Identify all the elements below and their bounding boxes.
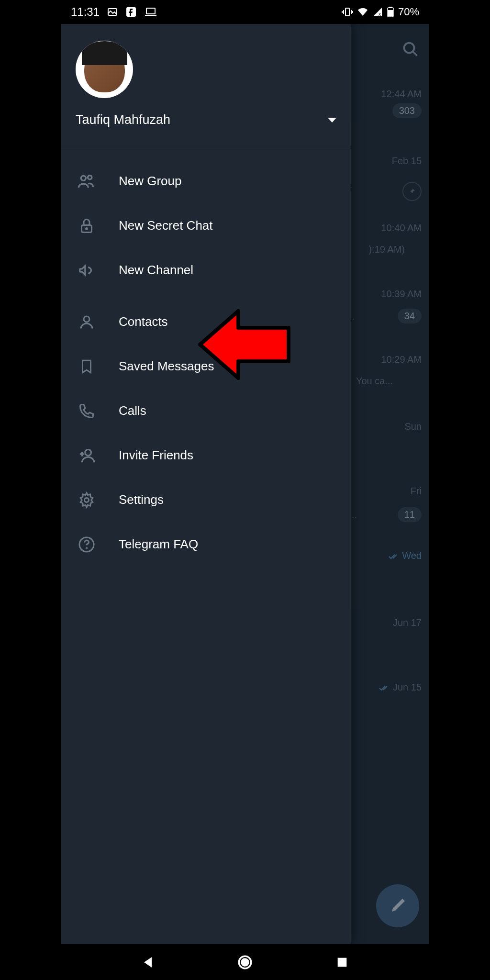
username-label: Taufiq Mahfuzah (76, 112, 170, 127)
group-icon (76, 170, 97, 192)
battery-percent: 70% (398, 6, 419, 18)
menu-saved-messages[interactable]: Saved Messages (61, 344, 351, 389)
nav-back-button[interactable] (136, 950, 160, 974)
drawer-menu: New Group New Secret Chat New Channel (61, 149, 351, 576)
menu-new-channel[interactable]: New Channel (61, 248, 351, 292)
image-icon (107, 6, 118, 18)
android-nav-bar (61, 944, 429, 980)
svg-rect-6 (389, 7, 392, 8)
laptop-icon (144, 6, 157, 18)
svg-point-12 (86, 228, 87, 229)
svg-point-17 (86, 547, 87, 548)
battery-icon (387, 6, 394, 18)
drawer-header: Taufiq Mahfuzah (61, 24, 351, 137)
menu-label: New Channel (119, 263, 193, 278)
menu-label: Calls (119, 403, 146, 418)
menu-settings[interactable]: Settings (61, 478, 351, 522)
menu-label: Settings (119, 492, 164, 507)
svg-rect-7 (388, 10, 393, 16)
account-dropdown-icon[interactable] (328, 118, 336, 122)
svg-point-15 (84, 498, 89, 502)
svg-rect-3 (345, 8, 349, 16)
svg-rect-2 (146, 8, 155, 14)
navigation-drawer: Taufiq Mahfuzah New Group New Secre (61, 24, 351, 944)
svg-point-19 (242, 958, 248, 965)
signal-icon: x (372, 7, 383, 17)
menu-calls[interactable]: Calls (61, 389, 351, 433)
svg-text:x: x (379, 11, 381, 17)
help-icon (76, 534, 97, 555)
menu-label: New Secret Chat (119, 218, 213, 233)
status-bar: 11:31 x 70% (61, 0, 429, 24)
nav-recent-button[interactable] (330, 950, 354, 974)
svg-point-14 (85, 449, 91, 456)
person-icon (76, 311, 97, 333)
bookmark-icon (76, 356, 97, 377)
facebook-icon (125, 6, 137, 18)
compose-fab[interactable] (376, 884, 419, 927)
user-avatar[interactable] (76, 41, 133, 98)
status-time: 11:31 (71, 5, 100, 19)
menu-new-group[interactable]: New Group (61, 159, 351, 203)
gear-icon (76, 489, 97, 511)
svg-rect-20 (337, 958, 346, 967)
svg-point-9 (81, 176, 86, 180)
menu-label: New Group (119, 174, 182, 189)
menu-invite-friends[interactable]: Invite Friends (61, 433, 351, 478)
menu-new-secret-chat[interactable]: New Secret Chat (61, 203, 351, 248)
nav-home-button[interactable] (233, 950, 257, 974)
menu-faq[interactable]: Telegram FAQ (61, 522, 351, 567)
megaphone-icon (76, 259, 97, 281)
add-person-icon (76, 445, 97, 466)
menu-label: Contacts (119, 314, 168, 329)
vibrate-icon (342, 6, 353, 18)
svg-point-13 (84, 316, 89, 322)
menu-label: Telegram FAQ (119, 537, 198, 552)
menu-contacts[interactable]: Contacts (61, 300, 351, 344)
phone-icon (76, 400, 97, 422)
pin-icon (402, 182, 422, 201)
lock-icon (76, 215, 97, 236)
svg-point-10 (88, 175, 91, 179)
menu-label: Invite Friends (119, 448, 193, 463)
wifi-icon (357, 6, 368, 18)
menu-label: Saved Messages (119, 359, 214, 374)
svg-point-8 (404, 43, 414, 53)
search-icon[interactable] (402, 41, 419, 58)
